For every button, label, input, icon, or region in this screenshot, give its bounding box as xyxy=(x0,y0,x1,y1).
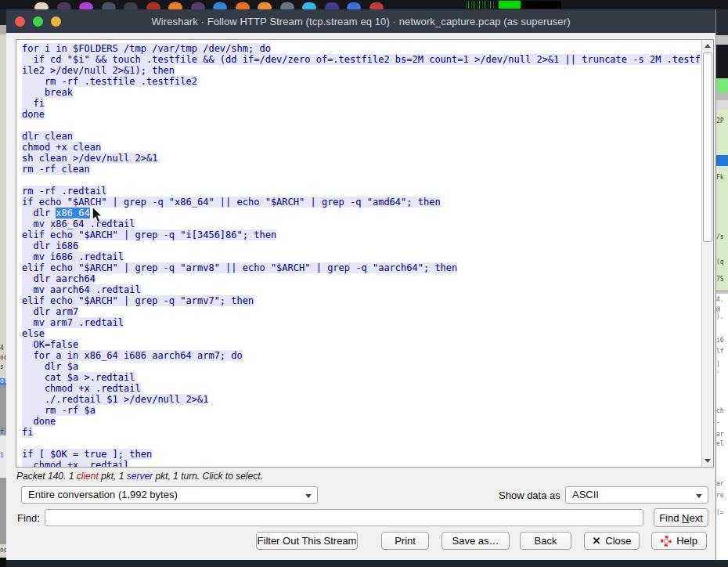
edge-text-fragment: ar xyxy=(716,431,724,438)
stream-line: for i in $FOLDERS /tmp /var/tmp /dev/shm… xyxy=(22,43,701,54)
minimize-window-button[interactable] xyxy=(33,16,43,27)
filter-out-label: Filter Out This Stream xyxy=(258,535,357,547)
save-as-label: Save as… xyxy=(452,535,499,547)
edge-text-fragment: lf xyxy=(716,348,724,355)
conversation-select[interactable]: Entire conversation (1,992 bytes) xyxy=(21,486,318,504)
edge-text-fragment: | xyxy=(716,360,720,367)
close-x-icon: ✕ xyxy=(592,536,600,546)
arrow-up-icon xyxy=(705,44,711,48)
stream-line: OK=false xyxy=(22,339,701,350)
close-button[interactable]: ✕ Close xyxy=(584,532,640,550)
dock-icon[interactable] xyxy=(213,2,227,9)
dock-icon[interactable] xyxy=(302,2,316,9)
arrow-down-icon xyxy=(705,459,711,463)
dock-icon[interactable] xyxy=(191,2,205,9)
stream-line: chmod +x clean xyxy=(22,142,701,153)
print-button[interactable]: Print xyxy=(381,532,429,550)
stream-line: done xyxy=(22,109,701,120)
dock-icon[interactable] xyxy=(280,2,294,9)
find-input[interactable] xyxy=(45,509,643,526)
dock-icon[interactable] xyxy=(124,2,138,9)
edge-text-fragment: re xyxy=(716,492,724,499)
dock-icon[interactable] xyxy=(79,2,93,9)
show-data-as-select[interactable]: ASCII xyxy=(565,486,708,504)
close-window-button[interactable] xyxy=(15,16,25,27)
dock-icon[interactable] xyxy=(57,2,71,9)
back-button[interactable]: Back xyxy=(520,532,571,550)
stream-line: sh clean >/dev/null 2>&1 xyxy=(22,153,701,164)
stream-line: if [ $OK = true ]; then xyxy=(22,449,701,460)
edge-text-fragment: 2P xyxy=(716,117,724,125)
edge-text-fragment: ' xyxy=(716,371,720,378)
stream-line: chmod +x .redtail xyxy=(22,383,701,394)
stream-line: done xyxy=(22,416,701,427)
edge-text-fragment: /s xyxy=(716,233,724,240)
stream-line xyxy=(22,120,701,131)
stream-line xyxy=(22,438,701,449)
save-as-button[interactable]: Save as… xyxy=(441,532,510,550)
scroll-up-button[interactable] xyxy=(702,40,713,52)
stream-summary: Packet 140. 1 client pkt, 1 server pkt, … xyxy=(16,471,263,482)
stream-line xyxy=(22,175,701,186)
network-monitor-block xyxy=(499,1,521,9)
dock-icon[interactable] xyxy=(369,2,384,9)
scroll-down-button[interactable] xyxy=(702,455,713,467)
stream-line: mv aarch64 .redtail xyxy=(22,284,701,295)
stream-line: chmod +x .redtail xyxy=(22,460,701,467)
stream-line: dlr clean xyxy=(22,131,701,142)
dock-icon[interactable] xyxy=(146,2,160,9)
edge-text-fragment: ). xyxy=(716,313,724,320)
selected-word: x86_64 xyxy=(56,208,89,218)
dock-icon[interactable] xyxy=(347,2,361,9)
bottom-panel-left xyxy=(0,560,6,567)
system-monitor-graph xyxy=(464,1,494,9)
stream-line: rm -rf .redtail xyxy=(22,186,701,197)
filter-out-stream-button[interactable]: Filter Out This Stream xyxy=(256,532,358,550)
top-dock xyxy=(0,0,728,9)
bottom-panel xyxy=(0,560,728,567)
close-label: Close xyxy=(605,535,631,547)
show-data-as-value: ASCII xyxy=(572,489,599,500)
chevron-down-icon xyxy=(696,494,702,498)
edge-text-fragment: Fk xyxy=(716,174,724,181)
dock-icon[interactable] xyxy=(102,2,116,9)
edge-text-fragment: ar xyxy=(716,480,724,487)
stream-text-area[interactable]: for i in $FOLDERS /tmp /var/tmp /dev/shm… xyxy=(16,39,714,468)
titlebar[interactable]: Wireshark · Follow HTTP Stream (tcp.stre… xyxy=(6,9,715,33)
stream-line: if cd "$i" && touch .testfile && (dd if=… xyxy=(22,54,701,65)
vertical-scrollbar[interactable] xyxy=(701,40,713,467)
find-next-button[interactable]: Find Next xyxy=(654,508,708,527)
stream-line: rm -rf clean xyxy=(22,164,701,175)
chevron-down-icon xyxy=(305,494,312,498)
client-word: client xyxy=(77,471,99,482)
edge-text-fragment: (q xyxy=(716,258,724,265)
stream-line: dlr arm7 xyxy=(22,306,701,317)
find-next-label: Find Next xyxy=(659,512,703,524)
background-window-left-sliver: 4ocsolfioc xyxy=(0,9,6,567)
stream-line: rm -rf $a xyxy=(22,405,701,416)
dock-icon[interactable] xyxy=(34,2,49,9)
find-label: Find: xyxy=(17,512,40,524)
dock-icon[interactable] xyxy=(236,2,250,9)
dock-icon[interactable] xyxy=(258,2,272,9)
dock-icon[interactable] xyxy=(325,2,339,9)
scrollbar-thumb[interactable] xyxy=(703,52,712,242)
dock-icon[interactable] xyxy=(168,2,182,9)
screen: 4ocsolfioc 2PFk/s(q7S4.@).i6lf|'ch-arela… xyxy=(0,0,728,567)
edge-text-fragment: 7S xyxy=(716,276,724,283)
summary-text: pkt, 1 xyxy=(99,471,127,482)
stream-line: ./.redtail $1 >/dev/null 2>&1 xyxy=(22,394,701,405)
stream-content[interactable]: for i in $FOLDERS /tmp /var/tmp /dev/shm… xyxy=(16,40,701,467)
summary-text: pkt, 1 turn. Click to select. xyxy=(153,471,263,482)
edge-text-fragment: s xyxy=(0,363,4,370)
maximize-window-button[interactable] xyxy=(51,16,61,27)
stream-line: elif echo "$ARCH" | grep -q "armv7"; the… xyxy=(22,295,701,306)
stream-line: elif echo "$ARCH" | grep -q "armv8" || e… xyxy=(22,262,701,273)
monitor-black-block xyxy=(523,1,561,9)
stream-line: mv arm7 .redtail xyxy=(22,317,701,328)
edge-text-fragment: oc xyxy=(0,354,6,361)
help-buoy-icon xyxy=(661,536,672,547)
help-button[interactable]: Help xyxy=(651,532,707,550)
edge-text-fragment: @ xyxy=(716,305,720,312)
summary-text: Packet 140. 1 xyxy=(16,471,77,482)
